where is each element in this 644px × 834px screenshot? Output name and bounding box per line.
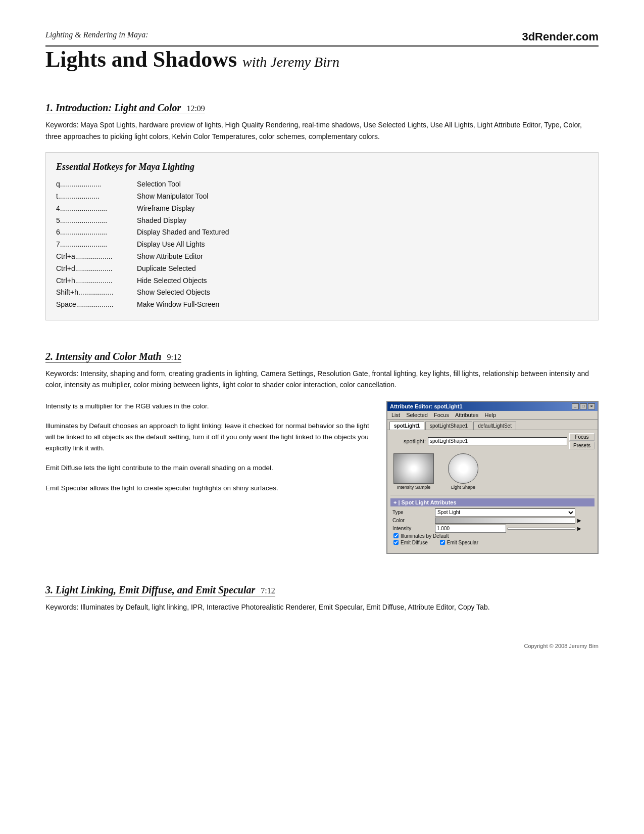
emit-specular-checkbox[interactable]: [440, 540, 445, 545]
hotkey-key: 6........................: [56, 226, 137, 239]
section2-content: Intensity is a multiplier for the RGB va…: [45, 401, 599, 554]
page-header: Lighting & Rendering in Maya: 3dRender.c…: [45, 30, 599, 47]
hotkey-value: Make Window Full-Screen: [137, 299, 219, 311]
hotkeys-box: Essential Hotkeys for Maya Lighting q...…: [45, 152, 599, 320]
attribute-editor-screenshot: Attribute Editor: spotLight1 _ □ × List …: [386, 401, 599, 554]
intensity-sample-label: Intensity Sample: [397, 485, 431, 490]
hotkey-item: q.....................Selection Tool: [56, 178, 583, 191]
emit-specular-label: Emit Specular: [447, 540, 478, 545]
emit-diffuse-checkbox[interactable]: [393, 540, 399, 545]
section2-keywords: Keywords: Intensity, shaping and form, c…: [45, 368, 599, 391]
hotkey-item: 5........................Shaded Display: [56, 215, 583, 227]
checkbox-illuminates: Illuminates by Default: [390, 533, 595, 539]
attr-row-spotlight: spotlight: spotLightShape1 Focus Presets: [390, 433, 595, 449]
minimize-button[interactable]: _: [572, 403, 579, 409]
section2-text: Intensity is a multiplier for the RGB va…: [45, 401, 376, 554]
tab-spotlight1[interactable]: spotLight1: [389, 422, 424, 430]
intensity-slider-row: 1.000: [435, 525, 575, 533]
hotkey-key: t.....................: [56, 191, 137, 203]
tab-spotlightshape1[interactable]: spotLightShape1: [425, 422, 472, 430]
subtitle: Lighting & Rendering in Maya:: [45, 30, 148, 39]
section-header-bar: + | Spot Light Attributes: [390, 498, 595, 506]
hotkey-value: Shaded Display: [137, 215, 186, 227]
checkbox-emit-diffuse: Emit Diffuse Emit Specular: [390, 539, 595, 546]
hotkey-item: 7........................Display Use All…: [56, 239, 583, 251]
color-bar[interactable]: [435, 518, 575, 524]
hotkey-value: Wireframe Display: [137, 203, 194, 215]
menu-help[interactable]: Help: [484, 412, 496, 418]
hotkey-key: 4........................: [56, 203, 137, 215]
hotkey-item: Shift+h..................Show Selected O…: [56, 287, 583, 299]
spotlight-attr-value[interactable]: spotLightShape1: [428, 437, 567, 445]
hotkey-value: Display Shaded and Textured: [137, 226, 229, 239]
section1-keywords: Keywords: Maya Spot Lights, hardware pre…: [45, 119, 599, 142]
attr-grid: Type Spot Light Color ▶ Intensity 1.000 …: [390, 508, 595, 533]
menu-focus[interactable]: Focus: [434, 412, 449, 418]
illuminates-checkbox[interactable]: [393, 533, 399, 538]
hotkey-value: Show Attribute Editor: [137, 251, 203, 263]
para4: Emit Specular allows the light to create…: [45, 483, 376, 494]
type-select[interactable]: Spot Light: [435, 508, 575, 517]
menu-selected[interactable]: Selected: [406, 412, 428, 418]
hotkey-value: Show Manipulator Tool: [137, 191, 208, 203]
light-shape-label: Light Shape: [451, 485, 475, 490]
tab-defaultlightset[interactable]: defaultLightSet: [473, 422, 516, 430]
hotkey-value: Duplicate Selected: [137, 263, 196, 275]
section3-time: 7:12: [261, 586, 275, 595]
win-controls[interactable]: _ □ ×: [572, 403, 595, 409]
type-label: Type: [392, 509, 433, 515]
illuminates-label: Illuminates by Default: [401, 533, 449, 539]
intensity-value[interactable]: 1.000: [435, 525, 506, 533]
hotkey-value: Show Selected Objects: [137, 287, 210, 299]
spotlight-attr-label: spotlight:: [390, 438, 426, 444]
light-shape-preview: [448, 453, 478, 484]
color-label: Color: [392, 518, 433, 523]
hotkey-key: Shift+h..................: [56, 287, 137, 299]
title-author: with Jeremy Birn: [242, 54, 339, 70]
color-arrow: ▶: [577, 518, 592, 523]
main-title: Lights and Shadows with Jeremy Birn: [45, 48, 599, 72]
section1-time: 12:09: [186, 104, 205, 113]
hotkey-value: Display Use All Lights: [137, 239, 205, 251]
win-menubar: List Selected Focus Attributes Help: [387, 411, 598, 420]
win-titlebar: Attribute Editor: spotLight1 _ □ ×: [387, 402, 598, 411]
brand: 3dRender.com: [522, 30, 599, 43]
hotkey-item: 4........................Wireframe Displ…: [56, 203, 583, 215]
hotkey-value: Selection Tool: [137, 178, 181, 191]
para3: Emit Diffuse lets the light contribute t…: [45, 462, 376, 474]
menu-attributes[interactable]: Attributes: [455, 412, 478, 418]
hotkey-value: Hide Selected Objects: [137, 275, 207, 287]
hotkey-item: Ctrl+d...................Duplicate Selec…: [56, 263, 583, 275]
emit-diffuse-label: Emit Diffuse: [401, 540, 428, 545]
hotkey-item: 6........................Display Shaded …: [56, 226, 583, 239]
hotkeys-list: q.....................Selection Toolt...…: [56, 178, 583, 311]
win-content: spotlight: spotLightShape1 Focus Presets…: [387, 430, 598, 553]
hotkey-key: Space...................: [56, 299, 137, 311]
intensity-arrow: ▶: [577, 526, 592, 531]
hotkey-key: q.....................: [56, 178, 137, 191]
section2-time: 9:12: [167, 353, 181, 361]
win-title: Attribute Editor: spotLight1: [390, 403, 463, 409]
close-button[interactable]: ×: [588, 403, 595, 409]
hotkeys-title: Essential Hotkeys for Maya Lighting: [56, 162, 583, 172]
hotkey-key: Ctrl+h...................: [56, 275, 137, 287]
section3: 3. Light Linking, Emit Diffuse, and Emit…: [45, 569, 599, 613]
copyright: Copyright © 2008 Jeremy Birn: [45, 643, 599, 649]
hotkey-item: Ctrl+h...................Hide Selected O…: [56, 275, 583, 287]
section3-title: 3. Light Linking, Emit Diffuse, and Emit…: [45, 584, 275, 596]
section2-title: 2. Intensity and Color Math 9:12: [45, 351, 181, 363]
hotkey-key: Ctrl+d...................: [56, 263, 137, 275]
intensity-slider[interactable]: [508, 528, 576, 530]
restore-button[interactable]: □: [580, 403, 587, 409]
hotkey-item: Space...................Make Window Full…: [56, 299, 583, 311]
hotkey-key: 7........................: [56, 239, 137, 251]
menu-list[interactable]: List: [391, 412, 400, 418]
title-lights: Lights and Shadows: [45, 47, 237, 72]
hotkey-key: 5........................: [56, 215, 137, 227]
presets-button[interactable]: Presets: [569, 442, 595, 449]
para2: Illuminates by Default chooses an approa…: [45, 421, 376, 453]
focus-button[interactable]: Focus: [569, 433, 595, 441]
section1-title: 1. Introduction: Light and Color 12:09: [45, 102, 205, 114]
hotkey-key: Ctrl+a...................: [56, 251, 137, 263]
intensity-sample: [393, 453, 434, 484]
